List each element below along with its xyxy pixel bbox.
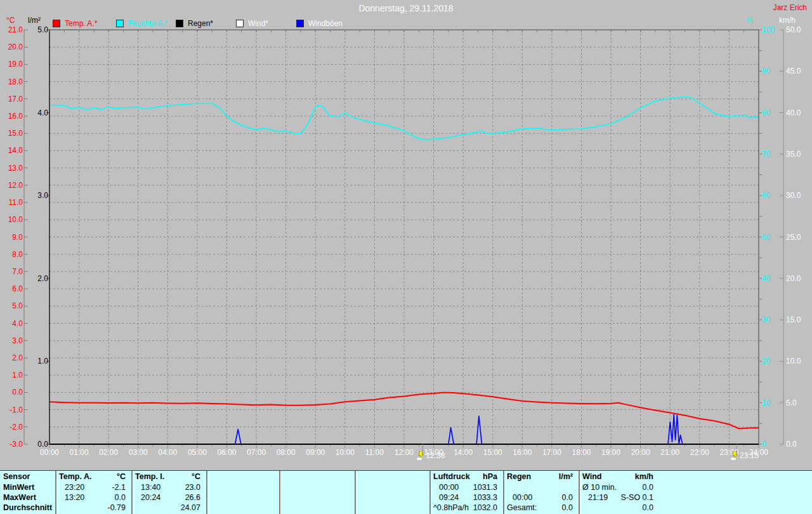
table-cell (208, 472, 210, 482)
humidity-axis-label: 0 (762, 440, 782, 449)
table-row: 24.07 (133, 503, 204, 513)
table-cell: 0.0 (115, 493, 129, 503)
table-divider (279, 471, 280, 514)
temp-axis-label: 1.0 (1, 371, 23, 379)
time-axis-label: 21:00 (656, 448, 684, 457)
table-cell (349, 503, 352, 513)
time-axis-label: 20:00 (627, 448, 655, 457)
table-cell (133, 503, 135, 513)
time-axis-label: 17:00 (538, 448, 566, 457)
temp-axis-label: 8.0 (1, 250, 23, 259)
temp-axis-label: 9.0 (1, 233, 23, 242)
event-marker-icon (731, 451, 739, 460)
table-cell: 1033.3 (473, 493, 501, 503)
table-cell (424, 493, 427, 503)
table-cell (273, 472, 277, 482)
time-axis-label: 02:00 (95, 448, 122, 457)
table-row: 00:000.0 (505, 493, 576, 503)
humidity-axis-label: 40 (762, 274, 782, 283)
table-cell: Wind (580, 472, 601, 482)
table-cell (357, 483, 358, 492)
table-row: Regenl/m² (505, 472, 576, 482)
table-row: MinWert (1, 483, 55, 492)
table-row (208, 472, 277, 482)
table-cell: hPa (483, 472, 501, 482)
humidity-axis-label: 60 (762, 191, 782, 200)
table-cell: Sensor (1, 472, 30, 482)
table-row (357, 503, 427, 513)
table-divider (503, 471, 504, 514)
humidity-axis-label: 70 (762, 150, 782, 159)
table-cell: 09:24 (431, 493, 459, 503)
table-row: 13:200.0 (57, 493, 129, 503)
event-marker-time: 12:38 (426, 451, 445, 460)
temp-axis-label: 4.0 (1, 319, 23, 328)
table-cell: 1032.0 (473, 503, 501, 513)
time-axis-label: 16:00 (508, 448, 536, 457)
temp-axis-label: 0.0 (1, 388, 23, 397)
time-axis-label: 15:00 (479, 448, 507, 457)
table-divider (579, 471, 580, 514)
table-cell: 20:24 (133, 493, 160, 503)
time-axis-label: 03:00 (124, 448, 152, 457)
wind-axis-label: 40.0 (786, 109, 810, 117)
table-cell: km/h (635, 472, 657, 482)
table-cell (281, 483, 283, 492)
table-cell: °C (192, 472, 204, 482)
table-cell: Regen (505, 472, 531, 482)
table-cell: MinWert (1, 483, 34, 492)
wind-axis-label: 35.0 (786, 150, 810, 159)
table-cell (52, 503, 55, 513)
temp-axis-label: -3.0 (1, 440, 23, 449)
table-row: 09:241033.3 (431, 493, 501, 503)
wind-axis-label: 20.0 (786, 274, 810, 283)
humidity-axis-label: 50 (762, 233, 782, 242)
table-row: -0.79 (57, 503, 129, 513)
table-cell (273, 503, 277, 513)
table-row: LuftdruckhPa (431, 472, 501, 482)
rain-axis-label: 5.0 (25, 25, 48, 34)
temp-axis-label: 3.0 (1, 336, 23, 345)
table-row (505, 483, 576, 492)
plot-area[interactable] (0, 0, 812, 514)
event-marker-time: 23:15 (740, 451, 759, 460)
humidity-axis-label: 100 (762, 25, 782, 34)
table-cell (57, 503, 59, 513)
wind-axis-label: 5.0 (786, 399, 810, 407)
table-cell (208, 483, 210, 492)
table-row: Ø 10 min.0.0 (580, 483, 657, 492)
table-cell: Temp. I. (133, 472, 164, 482)
temp-axis-label: 16.0 (1, 112, 23, 121)
time-axis-label: 11:00 (360, 448, 388, 457)
table-cell (573, 483, 576, 492)
summary-table: SensorMinWertMaxWertDurchschnittTemp. A.… (0, 470, 812, 514)
temp-axis-label: 7.0 (1, 267, 23, 276)
time-axis-label: 06:00 (213, 448, 241, 457)
table-cell: MaxWert (1, 493, 36, 503)
table-cell: 0.0 (643, 483, 657, 492)
table-cell (357, 472, 358, 482)
table-row: 00:001031.3 (431, 483, 501, 492)
time-axis-label: 12:00 (390, 448, 418, 457)
table-divider (429, 471, 431, 514)
time-axis-label: 01:00 (65, 448, 93, 457)
table-divider (55, 471, 56, 514)
table-divider (131, 471, 133, 514)
table-cell (273, 483, 277, 492)
humidity-axis-label: 90 (762, 67, 782, 76)
table-cell: Ø 10 min. (580, 483, 617, 492)
table-cell: 26.6 (185, 493, 204, 503)
temp-axis-label: 18.0 (1, 77, 23, 86)
temp-axis-label: 15.0 (1, 129, 23, 138)
table-row (208, 483, 277, 492)
temp-axis-label: -1.0 (1, 405, 23, 414)
temp-axis-label: 6.0 (1, 284, 23, 293)
event-marker: 23:15 (731, 451, 759, 460)
table-cell: 21:19 (580, 493, 608, 503)
temp-axis-label: 10.0 (1, 215, 23, 224)
table-cell: 00:00 (505, 493, 532, 503)
humidity-axis-label: 80 (762, 109, 782, 117)
table-cell (349, 493, 352, 503)
table-cell (580, 503, 582, 513)
table-cell: -0.79 (108, 503, 129, 513)
